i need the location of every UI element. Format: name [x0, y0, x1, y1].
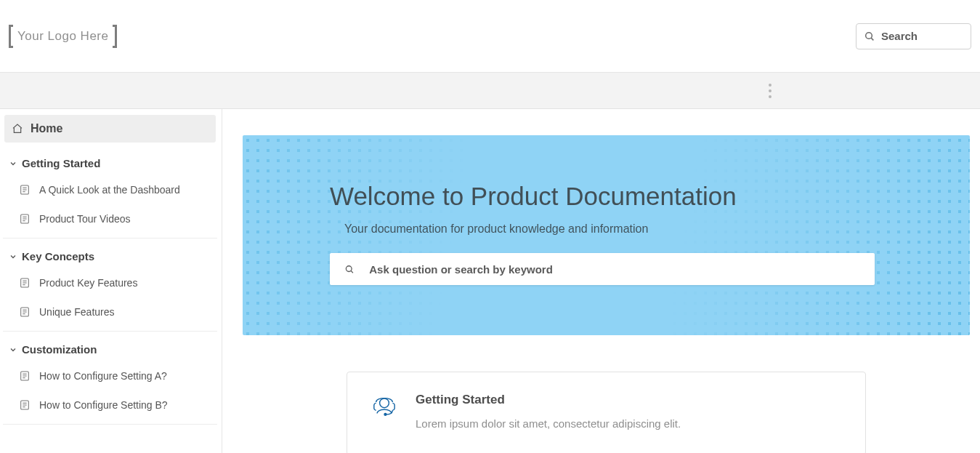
logo-bracket-left	[9, 25, 13, 48]
logo-bracket-right	[113, 25, 117, 48]
header-search[interactable]	[856, 23, 971, 49]
sidebar-item-tour-videos[interactable]: Product Tour Videos	[3, 204, 217, 233]
document-icon	[19, 306, 31, 318]
sidebar: Home Getting Started A Quick Look at the…	[0, 109, 222, 453]
sidebar-section-header[interactable]: Getting Started	[3, 151, 217, 175]
svg-line-1	[871, 38, 873, 40]
chevron-down-icon	[9, 345, 17, 354]
sidebar-section-header[interactable]: Key Concepts	[3, 244, 217, 268]
document-icon	[19, 184, 31, 196]
sidebar-item-dashboard-look[interactable]: A Quick Look at the Dashboard	[3, 175, 217, 204]
sidebar-section-getting-started: Getting Started A Quick Look at the Dash…	[3, 151, 217, 238]
hero-search-input[interactable]	[369, 263, 860, 276]
hero-subtitle: Your documentation for product knowledge…	[344, 223, 883, 236]
sidebar-item-home[interactable]: Home	[4, 115, 216, 143]
logo[interactable]: Your Logo Here	[9, 25, 117, 48]
document-icon	[19, 399, 31, 411]
sidebar-item-config-b[interactable]: How to Configure Setting B?	[3, 390, 217, 420]
hero-banner: Welcome to Product Documentation Your do…	[243, 135, 970, 335]
sidebar-section-header[interactable]: Customization	[3, 337, 217, 361]
toolbar	[0, 73, 980, 109]
chevron-down-icon	[9, 159, 17, 168]
sidebar-item-label: Unique Features	[39, 306, 115, 318]
card-description: Lorem ipsum dolor sit amet, consectetur …	[416, 417, 681, 430]
home-icon	[12, 123, 23, 135]
svg-point-0	[866, 32, 872, 39]
search-icon	[864, 31, 875, 42]
svg-point-26	[346, 265, 352, 271]
main-content: Welcome to Product Documentation Your do…	[222, 109, 980, 453]
sidebar-item-label: How to Configure Setting B?	[39, 399, 168, 411]
sidebar-item-label: Product Tour Videos	[39, 213, 131, 225]
logo-text: Your Logo Here	[17, 29, 108, 43]
chevron-down-icon	[9, 252, 17, 261]
document-icon	[19, 370, 31, 382]
hero-search[interactable]	[330, 253, 875, 285]
svg-point-29	[384, 414, 386, 416]
header-search-input[interactable]	[881, 30, 963, 42]
sidebar-item-label: A Quick Look at the Dashboard	[39, 184, 180, 196]
headset-icon	[372, 393, 397, 422]
sidebar-section-key-concepts: Key Concepts Product Key Features Unique…	[3, 244, 217, 332]
svg-point-28	[380, 398, 389, 408]
document-icon	[19, 213, 31, 225]
sidebar-section-title: Customization	[22, 343, 97, 356]
sidebar-section-customization: Customization How to Configure Setting A…	[3, 337, 217, 425]
sidebar-item-config-a[interactable]: How to Configure Setting A?	[3, 361, 217, 390]
document-icon	[19, 277, 31, 289]
getting-started-card[interactable]: Getting Started Lorem ipsum dolor sit am…	[347, 372, 866, 453]
card-title: Getting Started	[416, 393, 681, 407]
header: Your Logo Here	[0, 0, 980, 73]
sidebar-section-title: Key Concepts	[22, 250, 94, 262]
search-icon	[344, 264, 355, 275]
svg-line-27	[351, 270, 353, 273]
sidebar-home-label: Home	[31, 122, 62, 135]
sidebar-item-label: Product Key Features	[39, 277, 137, 289]
kebab-menu-icon[interactable]	[764, 80, 777, 102]
sidebar-item-label: How to Configure Setting A?	[39, 370, 167, 382]
sidebar-section-title: Getting Started	[22, 157, 100, 169]
sidebar-item-unique-features[interactable]: Unique Features	[3, 297, 217, 326]
hero-title: Welcome to Product Documentation	[330, 182, 883, 211]
sidebar-item-key-features[interactable]: Product Key Features	[3, 268, 217, 297]
